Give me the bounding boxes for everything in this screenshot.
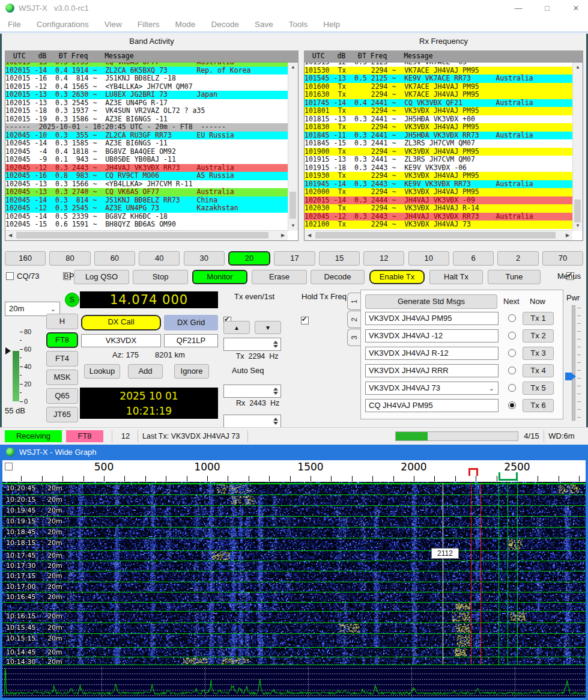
rx-frequency-vscrollbar[interactable]: ▲ ▼ bbox=[572, 62, 583, 231]
split-button[interactable]: S bbox=[65, 293, 79, 307]
next-radio-1[interactable] bbox=[508, 314, 516, 322]
decode-row[interactable]: 102045 -14 0.3 1585 ~ AZ3E BI6NGS -11 bbox=[5, 139, 288, 148]
dx-grid-button[interactable]: DX Grid bbox=[164, 315, 218, 330]
band-button-80[interactable]: 80 bbox=[49, 251, 90, 266]
decode-row[interactable]: 101801 Tx 2294 ~ VK3VĐX JH4VAJ PM95 bbox=[305, 107, 572, 115]
band-button-17[interactable]: 17 bbox=[274, 251, 315, 266]
scroll-thumb[interactable] bbox=[315, 232, 556, 239]
rx-offset-spinner[interactable]: Rx 2443 Hz bbox=[223, 385, 281, 398]
monitor-button[interactable]: Monitor bbox=[192, 270, 247, 284]
band-button-2[interactable]: 2 bbox=[497, 251, 538, 266]
mode-button-ft4[interactable]: FT4 bbox=[46, 351, 78, 367]
decode-row[interactable]: 102045 -12 0.3 2545 ~ AZ3E UN4PG 73 Kaza… bbox=[5, 204, 288, 213]
band-button-6[interactable]: 6 bbox=[453, 251, 494, 266]
mode-button-h[interactable]: H bbox=[46, 314, 78, 329]
scroll-thumb[interactable] bbox=[574, 199, 581, 222]
waterfall-canvas[interactable] bbox=[2, 482, 586, 698]
next-radio-4[interactable] bbox=[508, 367, 516, 374]
tx-now-button-5[interactable]: Tx 5 bbox=[523, 382, 554, 395]
decode-row[interactable]: 101815 -13 0.3 2441 ~ JH5HĐA VK3VĐX +00 bbox=[305, 115, 572, 124]
scroll-right-icon[interactable]: ▶ bbox=[563, 231, 572, 240]
band-button-10[interactable]: 10 bbox=[408, 251, 449, 266]
next-radio-6[interactable] bbox=[508, 401, 516, 409]
decode-row[interactable]: 102045 -13 0.3 2740 ~ CQ VK6AS OF77 Aust… bbox=[5, 188, 288, 196]
tx-message-input-4[interactable]: VK3VDX JH4VAJ RRR bbox=[365, 364, 499, 377]
tx-offset-spinner[interactable]: Tx 2294 Hz bbox=[223, 338, 281, 351]
scale-checkbox[interactable] bbox=[5, 463, 13, 470]
band-button-70[interactable]: 70 bbox=[542, 251, 583, 266]
decode-row[interactable]: 101945 -14 0.3 2443 ~ KE9V VK3VĐX RR73 A… bbox=[305, 180, 572, 189]
close-button[interactable]: ✕ bbox=[567, 2, 585, 14]
decode-row[interactable]: 101630 Tx 2294 ~ VK7ACE JH4VAJ PM95 bbox=[305, 91, 572, 99]
tab-3[interactable]: 3 bbox=[347, 329, 361, 346]
decode-row[interactable]: 101845 -11 0.3 2441 ~ JH5HĐA VK3VĐX RR73… bbox=[305, 132, 572, 140]
band-button-12[interactable]: 12 bbox=[363, 251, 404, 266]
scroll-up-icon[interactable]: ▲ bbox=[573, 62, 583, 72]
band-button-30[interactable]: 30 bbox=[184, 251, 225, 266]
tx-up-button[interactable]: ▲ bbox=[223, 321, 250, 334]
menu-save[interactable]: Save bbox=[247, 20, 281, 29]
tx-now-button-3[interactable]: Tx 3 bbox=[523, 347, 554, 360]
stop-button[interactable]: Stop bbox=[133, 270, 188, 284]
decode-row[interactable]: 102045 -9 0.1 943 ~ UB0SĐE YB0BAJ -11 bbox=[5, 156, 288, 164]
band-activity-hscrollbar[interactable]: ◀ ▶ bbox=[5, 230, 288, 240]
decode-row[interactable]: 102045 -4 0.4 1818 ~ BG8VZ BA4QEE OM92 bbox=[5, 148, 288, 156]
rx-frequency-marker[interactable] bbox=[499, 472, 518, 481]
menu-view[interactable]: View bbox=[97, 20, 130, 29]
halt-tx-button[interactable]: Halt Tx bbox=[429, 270, 483, 284]
lookup-button[interactable]: Lookup bbox=[84, 364, 120, 379]
tx-down-button[interactable]: ▼ bbox=[255, 321, 281, 334]
spinner-arrows-icon[interactable] bbox=[272, 386, 279, 396]
decode-separator-row[interactable]: ------ 2025-10-01 - 10:20:45 UTC - 20m -… bbox=[5, 123, 288, 132]
ignore-button[interactable]: Ignore bbox=[174, 364, 209, 379]
band-button-15[interactable]: 15 bbox=[319, 251, 360, 266]
tx-now-button-2[interactable]: Tx 2 bbox=[523, 329, 554, 342]
menu-help[interactable]: Help bbox=[315, 20, 348, 29]
scroll-down-icon[interactable]: ▼ bbox=[573, 221, 583, 231]
decode-row[interactable]: 101915 -18 0.3 2443 ~ KE9V VK3VĐX -06 bbox=[305, 164, 572, 172]
pwr-slider[interactable] bbox=[572, 305, 575, 421]
tx-now-button-1[interactable]: Tx 1 bbox=[523, 312, 554, 325]
band-button-20[interactable]: 20 bbox=[228, 251, 270, 266]
scroll-thumb[interactable] bbox=[16, 232, 268, 239]
decode-row[interactable]: 102015 -12 0.4 1565 ~ <YB4LLKA> JH7CVM Q… bbox=[5, 83, 288, 91]
menu-decode[interactable]: Decode bbox=[203, 20, 247, 29]
decode-row[interactable]: 101745 -14 0.4 2441 ~ CQ VK3VĐX QF21 Aus… bbox=[305, 99, 572, 108]
decode-row[interactable]: 102000 Tx 2294 ~ VK3VĐX JH4VAJ PM95 bbox=[305, 188, 572, 196]
add-button[interactable]: Add bbox=[128, 364, 163, 379]
tab-2[interactable]: 2 bbox=[347, 311, 361, 328]
next-radio-2[interactable] bbox=[508, 332, 516, 339]
decode-row[interactable]: 102015 -14 0.3 2444 ~ JH4VAJ VK3VĐX -09 bbox=[305, 196, 572, 205]
cq73-checkbox[interactable] bbox=[6, 272, 14, 280]
dx-call-button[interactable]: DX Call bbox=[81, 315, 161, 330]
decode-row[interactable]: 101530 Tx 2294 ~ VK7ACE JH4VAJ PM95 bbox=[305, 67, 572, 75]
report-spinner[interactable]: Report -12 bbox=[223, 415, 281, 428]
tx-frequency-marker[interactable] bbox=[468, 468, 478, 476]
spinner-arrows-icon[interactable] bbox=[272, 339, 279, 349]
tx-message-input-2[interactable]: VK3VDX JH4VAJ -12 bbox=[365, 329, 499, 342]
decode-row[interactable]: 102015 -16 0.4 814 ~ JS1KNJ BĐ8ELZ -18 bbox=[5, 75, 288, 83]
mode-button-jt65[interactable]: JT65 bbox=[46, 407, 78, 422]
spinner-arrows-icon[interactable] bbox=[272, 416, 279, 426]
tab-1[interactable]: 1 bbox=[347, 293, 361, 310]
dx-call-input[interactable]: VK3VDX bbox=[81, 334, 161, 347]
decode-row[interactable]: 102015 -19 0.3 1586 ~ AZ3E BI6NGS -11 bbox=[5, 115, 288, 124]
rx-frequency-hscrollbar[interactable]: ◀ ▶ bbox=[305, 230, 572, 240]
decode-row[interactable]: 102045 -12 0.3 2443 ~ JH4VAJ VK3VĐX RR73… bbox=[5, 164, 288, 172]
scroll-left-icon[interactable]: ◀ bbox=[5, 231, 15, 240]
hold-tx-checkbox[interactable] bbox=[301, 317, 309, 324]
mode-button-q65[interactable]: Q65 bbox=[46, 388, 78, 404]
band-activity-vscrollbar[interactable]: ▲ ▼ bbox=[288, 62, 298, 231]
dx-grid-input[interactable]: QF21LP bbox=[164, 334, 218, 347]
decode-row[interactable]: 102045 -14 0.3 814 ~ JS1KNJ BĐ8ELZ RR73 … bbox=[5, 196, 288, 205]
decode-row[interactable]: 102045 -14 0.5 2339 ~ BG8VZ KH6ĐC -18 bbox=[5, 213, 288, 221]
decode-row[interactable]: 102100 Tx 2294 ~ VK3VĐX JH4VAJ 73 bbox=[305, 221, 572, 229]
tx-now-button-4[interactable]: Tx 4 bbox=[523, 364, 554, 377]
decode-row[interactable]: 102045 -16 0.8 983 ~ CQ RV9CT MO06 AS Ru… bbox=[5, 172, 288, 180]
decode-row[interactable]: 102045 -10 0.3 355 ~ ZL2CA RU3GF RR73 EU… bbox=[5, 132, 288, 140]
scroll-thumb[interactable] bbox=[289, 192, 296, 219]
decode-button[interactable]: Decode bbox=[311, 270, 365, 284]
decode-row[interactable]: 102045 -12 0.3 2443 ~ JH4VAJ VK3VĐX RR73… bbox=[305, 213, 572, 221]
decode-row[interactable]: 102015 -13 0.3 2630 ~ LU8EX JG2BRI 73 Ja… bbox=[5, 91, 288, 99]
decode-row[interactable]: 101930 Tx 2294 ~ VK3VĐX JH4VAJ PM95 bbox=[305, 172, 572, 180]
